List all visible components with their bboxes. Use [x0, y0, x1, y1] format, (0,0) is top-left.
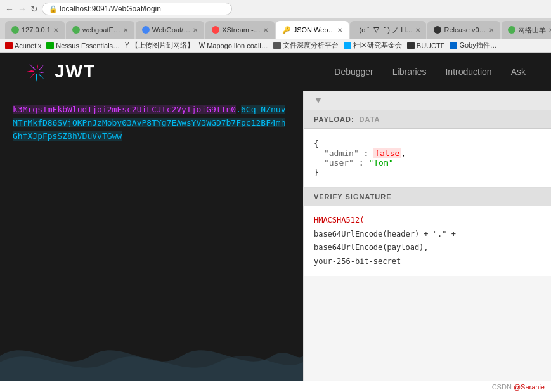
verify-label: VERIFY SIGNATURE [314, 193, 392, 200]
bookmarks-row: Acunetix Nessus Essentials… Y 【上传图片到网络】 … [0, 39, 551, 53]
bookmark-acunetix[interactable]: Acunetix [5, 42, 41, 49]
jwt-page: JWT Debugger Libraries Introduction Ask … [0, 53, 551, 381]
bookmark-icon-nessus [46, 42, 54, 49]
nav-introduction[interactable]: Introduction [445, 67, 491, 77]
payload-admin-key: "admin" [324, 148, 359, 158]
tab-label-2: webgoatE… [82, 26, 120, 34]
payload-admin-value: false [373, 148, 401, 158]
verify-line2: base64UrlEncode(header) + "." + [314, 228, 541, 242]
bookmark-upload[interactable]: Y 【上传图片到网络】 [125, 41, 194, 50]
tab-close-7[interactable]: ✕ [489, 27, 494, 34]
jwt-content: k3MrgsImFkbWludIjoi2mFsc2UiLCJtc2VyIjoiG… [0, 91, 551, 381]
bookmark-label-mapogo: Mapogo lion coali… [207, 42, 268, 49]
reload-icon[interactable]: ↻ [30, 4, 38, 14]
jwt-logo: JWT [25, 60, 96, 83]
payload-close-brace: } [314, 167, 541, 177]
tab-label-7: Release v0… [444, 26, 486, 34]
payload-data-label: DATA [360, 115, 380, 123]
back-icon[interactable]: ← [5, 4, 14, 14]
tab-close-5[interactable]: ✕ [337, 27, 342, 34]
tab-favicon-3 [142, 26, 150, 34]
tab-network[interactable]: 网络山羊 ✕ [502, 21, 551, 39]
arrow-icon: ▼ [314, 95, 323, 105]
verify-line4: your-256-bit-secret [314, 255, 541, 269]
bookmark-nessus[interactable]: Nessus Essentials… [46, 42, 120, 49]
payload-open-brace: { [314, 139, 541, 148]
bookmark-icon-buuctf [407, 42, 415, 49]
nav-debugger[interactable]: Debugger [334, 67, 373, 77]
jwt-nav: Debugger Libraries Introduction Ask [334, 67, 526, 77]
tab-xstream[interactable]: XStream -… ✕ [205, 21, 275, 39]
verify-line1: HMACSHA512( [314, 214, 541, 228]
tab-close-4[interactable]: ✕ [263, 27, 268, 34]
bookmark-label-upload: 【上传图片到网络】 [131, 41, 194, 50]
bookmark-icon-upload: Y [125, 42, 129, 49]
tab-face[interactable]: (ο ﾟ ▽ ﾟ) ノ H… ✕ [350, 21, 426, 39]
payload-label: PAYLOAD: [314, 115, 354, 123]
tab-label-3: WebGoat/… [152, 26, 190, 34]
payload-user-key: "user" [324, 158, 354, 167]
tab-close-8[interactable]: ✕ [548, 27, 551, 34]
bookmark-label-file: 文件深度分析平台 [283, 41, 339, 50]
payload-section-content: { "admin" : false, "user" : "Tom" } [304, 129, 551, 188]
tab-favicon-7 [434, 26, 441, 34]
token-dot1: . [236, 105, 241, 114]
bookmark-file-analysis[interactable]: 文件深度分析平台 [273, 41, 339, 50]
tab-label-6: (ο ﾟ ▽ ﾟ) ノ H… [359, 25, 413, 35]
tab-favicon-8 [508, 26, 515, 34]
tab-label-1: 127.0.0.1 [22, 26, 51, 34]
watermark-author: @Sarahie [514, 383, 545, 391]
verify-content: HMACSHA512( base64UrlEncode(header) + ".… [304, 206, 551, 276]
arrow-section: ▼ [304, 91, 551, 110]
right-panel: ▼ PAYLOAD: DATA { "admin" : false, "user… [303, 91, 551, 381]
payload-admin-row: "admin" : false, [314, 148, 541, 158]
watermark-text: CSDN [492, 383, 514, 391]
tab-close-3[interactable]: ✕ [193, 27, 198, 34]
tab-release[interactable]: Release v0… ✕ [427, 21, 500, 39]
nav-ask[interactable]: Ask [511, 67, 526, 77]
tab-favicon-1 [11, 26, 19, 34]
bookmark-label-acunetix: Acunetix [15, 42, 41, 49]
url-text: localhost:9091/WebGoat/login [60, 4, 161, 13]
verify-line3: base64UrlEncode(payload), [314, 241, 541, 255]
bookmark-label-community: 社区研究基金会 [353, 41, 402, 50]
nav-libraries[interactable]: Libraries [392, 67, 427, 77]
bookmark-icon-file [273, 42, 281, 49]
bookmark-icon-community [344, 42, 351, 49]
tab-1270001[interactable]: 127.0.0.1 ✕ [5, 21, 65, 39]
bookmark-label-nessus: Nessus Essentials… [56, 42, 120, 49]
watermark: CSDN @Sarahie [492, 383, 545, 391]
tab-label-5: JSON Web… [294, 26, 335, 34]
bookmark-goby[interactable]: Goby插件… [450, 41, 496, 50]
bookmark-mapogo[interactable]: W Mapogo lion coali… [199, 42, 268, 49]
jwt-logo-icon [25, 60, 48, 83]
wave-decoration [0, 330, 303, 381]
tab-webgoate[interactable]: webgoatE… ✕ [66, 21, 134, 39]
bookmark-buuctf[interactable]: BUUCTF [407, 42, 445, 49]
address-bar-row: ← → ↻ 🔒 localhost:9091/WebGoat/login [0, 0, 551, 18]
payload-user-row: "user" : "Tom" [314, 158, 541, 167]
browser-chrome: ← → ↻ 🔒 localhost:9091/WebGoat/login 127… [0, 0, 551, 53]
tab-close-6[interactable]: ✕ [415, 27, 420, 34]
tab-close-1[interactable]: ✕ [53, 27, 58, 34]
verify-section: VERIFY SIGNATURE HMACSHA512( base64UrlEn… [304, 188, 551, 276]
tab-jwt[interactable]: 🔑 JSON Web… ✕ [276, 21, 349, 39]
tab-label-4: XStream -… [222, 26, 261, 34]
verify-section-header: VERIFY SIGNATURE [304, 188, 551, 206]
left-panel: k3MrgsImFkbWludIjoi2mFsc2UiLCJtc2VyIjoiG… [0, 91, 303, 381]
tab-webgoat[interactable]: WebGoat/… ✕ [136, 21, 204, 39]
bookmark-icon-goby [450, 42, 457, 49]
address-bar[interactable]: 🔒 localhost:9091/WebGoat/login [42, 3, 232, 15]
bookmark-community[interactable]: 社区研究基金会 [344, 41, 402, 50]
bookmark-icon-mapogo: W [199, 42, 205, 49]
jwt-header: JWT Debugger Libraries Introduction Ask [0, 53, 551, 91]
forward-icon[interactable]: → [18, 4, 27, 14]
svg-point-0 [34, 69, 39, 74]
bookmark-icon-acunetix [5, 42, 13, 49]
payload-user-value: "Tom" [368, 158, 393, 167]
tab-favicon-4 [212, 26, 219, 34]
tab-favicon-2 [72, 26, 80, 34]
verify-secret: your-256-bit-secret [314, 257, 401, 266]
tab-label-8: 网络山羊 [518, 25, 546, 35]
tab-close-2[interactable]: ✕ [123, 27, 128, 34]
